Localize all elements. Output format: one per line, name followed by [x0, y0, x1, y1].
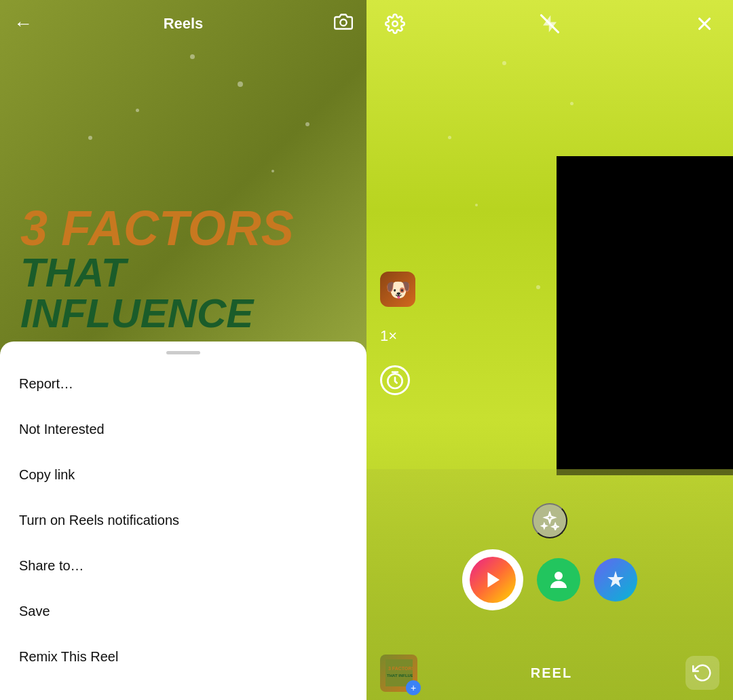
- svg-text:3 FACTORS: 3 FACTORS: [388, 666, 413, 671]
- deco-dot: [475, 204, 478, 206]
- bottom-icons-row: [462, 549, 637, 610]
- deco-dot: [448, 136, 451, 139]
- video-text-overlay: 3 FACTORS THAT INFLUENCE: [20, 204, 346, 334]
- svg-text:THAT INFLUENCE: THAT INFLUENCE: [387, 674, 413, 678]
- bottom-sheet: Report… Not Interested Copy link Turn on…: [0, 342, 366, 700]
- menu-item-remix[interactable]: Remix This Reel: [0, 634, 366, 680]
- timer-icon[interactable]: [380, 365, 410, 395]
- capture-button[interactable]: [462, 549, 523, 610]
- menu-item-turn-on-notifications[interactable]: Turn on Reels notifications: [0, 498, 366, 543]
- black-area: [557, 156, 733, 475]
- right-panel: 🐶 1×: [366, 0, 733, 700]
- deco-dot: [305, 122, 309, 126]
- app-icon[interactable]: 🐶: [380, 272, 415, 307]
- avatar-button[interactable]: [537, 558, 580, 602]
- bottom-bar: 3 FACTORS THAT INFLUENCE + REEL: [366, 646, 733, 700]
- svg-point-0: [340, 19, 346, 25]
- thumbnail-container[interactable]: 3 FACTORS THAT INFLUENCE +: [380, 655, 417, 692]
- deco-dot: [502, 61, 506, 65]
- right-sidebar: 🐶 1×: [380, 272, 415, 395]
- sparkle-button[interactable]: [594, 558, 637, 602]
- svg-point-1: [392, 21, 398, 26]
- sheet-handle: [166, 351, 200, 354]
- svg-point-7: [555, 572, 563, 580]
- right-bottom-area: 3 FACTORS THAT INFLUENCE + REEL: [366, 469, 733, 700]
- reels-title: Reels: [164, 15, 204, 33]
- left-panel: ← Reels 3 FACTORS THAT INFLUENCE Report……: [0, 0, 366, 700]
- deco-dot: [570, 102, 574, 105]
- left-header: ← Reels: [0, 0, 366, 48]
- svg-marker-6: [488, 572, 500, 588]
- deco-dot: [190, 54, 195, 59]
- menu-item-share-to[interactable]: Share to…: [0, 543, 366, 589]
- effects-button[interactable]: [532, 503, 567, 538]
- camera-button[interactable]: [334, 12, 353, 36]
- rotate-button[interactable]: [685, 656, 719, 690]
- settings-button[interactable]: [380, 9, 410, 39]
- deco-dot: [88, 136, 92, 140]
- menu-item-report[interactable]: Report…: [0, 361, 366, 407]
- menu-item-copy-link[interactable]: Copy link: [0, 452, 366, 498]
- deco-dot: [238, 81, 243, 87]
- back-button[interactable]: ←: [14, 13, 33, 35]
- flash-button[interactable]: [535, 9, 565, 39]
- close-button[interactable]: [690, 9, 719, 39]
- deco-dot: [136, 109, 139, 112]
- video-text-line1: 3 FACTORS: [20, 204, 346, 253]
- thumbnail-badge: +: [406, 680, 421, 695]
- deco-dot: [536, 285, 540, 289]
- right-header: [366, 0, 733, 48]
- menu-item-not-interested[interactable]: Not Interested: [0, 407, 366, 452]
- capture-inner: [470, 557, 516, 603]
- zoom-control[interactable]: 1×: [380, 327, 415, 345]
- deco-dot: [271, 170, 274, 172]
- reel-label: REEL: [531, 665, 572, 681]
- menu-item-save[interactable]: Save: [0, 589, 366, 634]
- video-text-line2: THAT INFLUENCE: [20, 253, 346, 334]
